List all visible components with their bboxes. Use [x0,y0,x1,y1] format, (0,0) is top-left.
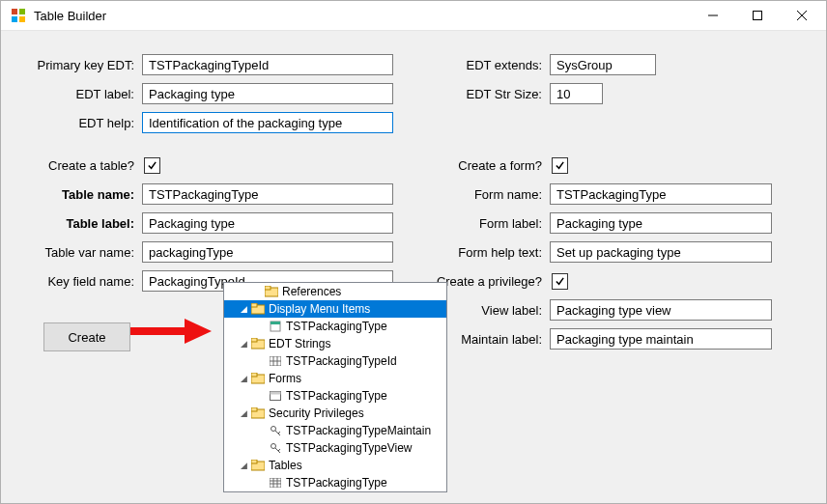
tree-node-menu-item[interactable]: TSTPackagingType [224,318,446,335]
maintain-label-input[interactable] [550,328,772,350]
edt-extends-input[interactable] [550,54,656,75]
svg-rect-23 [251,373,257,377]
window: Table Builder Primary key EDT: EDT label… [0,0,827,504]
tree-node-references[interactable]: References [224,283,446,300]
table-icon [268,476,283,490]
table-var-input[interactable] [142,241,393,263]
maximize-button[interactable] [735,1,780,30]
menu-item-icon [268,320,283,333]
edt-str-size-input[interactable] [550,83,603,104]
svg-rect-17 [251,338,257,342]
folder-icon [264,285,279,298]
table-name-input[interactable] [142,183,393,205]
table-var-label: Table var name: [9,245,142,260]
edt-label-input[interactable] [142,83,393,104]
create-button[interactable]: Create [43,322,130,351]
close-button[interactable] [780,1,824,30]
folder-open-icon [250,372,266,385]
tree-node-forms[interactable]: ◢Forms [224,370,446,387]
folder-open-icon [250,459,266,472]
svg-rect-15 [271,322,280,324]
minimize-button[interactable] [691,1,735,30]
window-title: Table Builder [34,9,106,23]
key-icon [268,424,283,437]
folder-open-icon [250,302,266,316]
tree-node-edt-item[interactable]: TSTPackagingTypeId [224,352,446,370]
svg-line-30 [278,432,280,434]
edt-help-input[interactable] [142,112,393,133]
app-icon [11,8,26,23]
tree-node-table-item[interactable]: TSTPackagingType [224,474,446,491]
primary-key-edt-label: Primary key EDT: [9,58,142,72]
key-field-label: Key field name: [9,274,142,289]
folder-open-icon [250,337,266,350]
edt-help-label: EDT help: [9,116,142,130]
view-label-input[interactable] [550,299,772,321]
client-area: Primary key EDT: EDT label: EDT help: Cr… [1,31,826,503]
svg-line-32 [275,448,280,453]
svg-rect-36 [270,478,281,488]
right-column: EDT extends: EDT Str Size: Create a form… [416,50,813,353]
tree-node-display-menu-items[interactable]: ◢Display Menu Items [224,300,446,318]
create-table-label: Create a table? [9,158,142,173]
create-table-checkbox[interactable] [144,157,160,174]
tree-node-privilege-maintain[interactable]: TSTPackagingTypeMaintain [224,422,446,439]
titlebar: Table Builder [1,1,826,31]
svg-rect-35 [251,460,257,463]
form-help-input[interactable] [550,241,772,263]
edt-label-label: EDT label: [9,87,142,101]
form-icon [268,389,283,403]
form-label-label: Form label: [416,216,550,231]
svg-rect-11 [265,286,271,290]
key-icon [268,441,283,455]
create-form-label: Create a form? [416,158,550,173]
create-privilege-checkbox[interactable] [552,273,568,290]
svg-line-29 [275,431,280,435]
folder-open-icon [250,406,266,420]
primary-key-edt-input[interactable] [142,54,393,75]
form-help-label: Form help text: [416,245,550,260]
edt-str-size-label: EDT Str Size: [416,87,550,101]
tree-node-security-privileges[interactable]: ◢Security Privileges [224,405,446,422]
svg-rect-0 [12,9,17,14]
svg-rect-27 [251,407,257,411]
edt-icon [268,354,283,368]
table-label-input[interactable] [142,212,393,234]
project-tree[interactable]: References ◢Display Menu Items TSTPackag… [223,282,447,492]
tree-node-privilege-view[interactable]: TSTPackagingTypeView [224,439,446,457]
tree-node-form-item[interactable]: TSTPackagingType [224,387,446,405]
svg-rect-2 [12,16,17,22]
table-name-label: Table name: [9,187,142,202]
svg-point-31 [271,444,276,449]
form-name-input[interactable] [550,183,772,205]
tree-node-tables[interactable]: ◢Tables [224,457,446,474]
tree-node-edt-strings[interactable]: ◢EDT Strings [224,335,446,352]
edt-extends-label: EDT extends: [416,58,550,72]
svg-line-33 [278,449,280,451]
form-name-label: Form name: [416,187,550,202]
svg-marker-9 [185,319,212,344]
svg-rect-5 [754,12,762,20]
form-label-input[interactable] [550,212,772,234]
svg-point-28 [271,427,276,432]
table-label-label: Table label: [9,216,142,231]
arrow-icon [127,317,214,346]
svg-rect-25 [271,392,281,395]
svg-rect-1 [19,9,25,14]
svg-rect-3 [19,16,25,22]
svg-rect-13 [251,303,257,307]
create-form-checkbox[interactable] [552,157,568,174]
